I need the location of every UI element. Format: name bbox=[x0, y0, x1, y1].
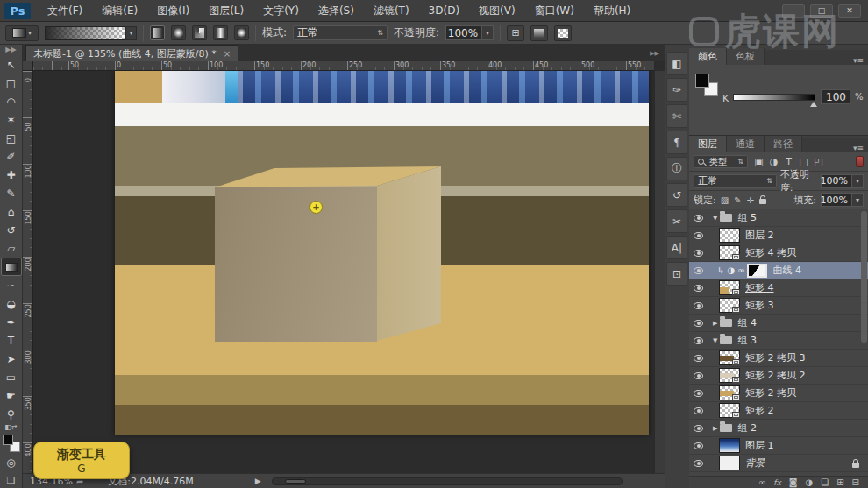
angle-gradient-button[interactable] bbox=[192, 25, 207, 40]
history-brush-tool[interactable]: ↺ bbox=[1, 221, 22, 239]
visibility-toggle[interactable] bbox=[689, 455, 708, 471]
hand-tool[interactable]: ☛ bbox=[1, 386, 22, 405]
layer-thumbnail[interactable] bbox=[719, 368, 740, 383]
blend-mode-select[interactable]: 正常 ⇅ bbox=[694, 174, 777, 188]
panel-menu-icon[interactable]: ▾≡ bbox=[853, 56, 864, 65]
layer-list-scrollbar-thumb[interactable] bbox=[861, 211, 867, 343]
smart-object-filter-icon[interactable]: ◰ bbox=[812, 156, 825, 167]
opacity-value[interactable]: 100% bbox=[445, 25, 482, 40]
pen-tool[interactable]: ✒ bbox=[1, 313, 22, 331]
layer-thumbnail[interactable] bbox=[719, 350, 740, 365]
checker-thumb-button[interactable] bbox=[554, 25, 572, 41]
layer-thumbnail[interactable] bbox=[719, 385, 740, 400]
tool-presets-panel-icon[interactable]: ✂ bbox=[666, 209, 687, 233]
move-tool[interactable]: ↖ bbox=[1, 55, 22, 74]
paragraph-panel-icon[interactable]: ¶ bbox=[666, 131, 687, 154]
zoom-tool[interactable]: ⚲ bbox=[1, 405, 22, 423]
visibility-toggle[interactable] bbox=[689, 332, 708, 349]
lock-all-icon[interactable] bbox=[759, 199, 766, 204]
layer-row[interactable]: 矩形 3 bbox=[689, 297, 868, 315]
visibility-toggle[interactable] bbox=[689, 420, 708, 436]
layer-opacity-arrow[interactable]: ▾ bbox=[852, 174, 864, 188]
minimize-button[interactable]: – bbox=[782, 4, 805, 18]
document-tab[interactable]: 未标题-1 @ 135% (曲线 4, 图层蒙版/8) * × bbox=[25, 45, 238, 61]
new-group-button[interactable]: ❏ bbox=[821, 477, 829, 488]
lock-position-icon[interactable]: ✛ bbox=[747, 195, 754, 205]
close-icon[interactable]: × bbox=[224, 49, 231, 59]
visibility-toggle[interactable] bbox=[689, 209, 708, 226]
visibility-toggle[interactable] bbox=[689, 279, 708, 296]
delete-layer-button[interactable]: ⊟ bbox=[852, 477, 859, 488]
k-slider[interactable] bbox=[733, 94, 815, 101]
horizontal-scrollbar-thumb[interactable] bbox=[285, 479, 306, 484]
menu-item[interactable]: 滤镜(T) bbox=[364, 0, 419, 21]
layer-thumbnail[interactable] bbox=[719, 228, 740, 243]
vertical-scrollbar[interactable] bbox=[654, 71, 665, 473]
visibility-toggle[interactable] bbox=[689, 227, 708, 244]
gradient-preview[interactable] bbox=[45, 26, 125, 40]
layer-row[interactable]: 图层 1 bbox=[689, 437, 868, 455]
lasso-tool[interactable]: ◠ bbox=[1, 92, 22, 110]
gradient-picker-arrow[interactable]: ▾ bbox=[125, 26, 137, 40]
menu-item[interactable]: 图层(L) bbox=[199, 0, 253, 21]
layer-row[interactable]: 背景 bbox=[689, 455, 868, 472]
adjustments-panel-icon[interactable]: ◧ bbox=[666, 52, 687, 75]
link-layers-button[interactable]: ∞ bbox=[758, 477, 765, 488]
layer-row[interactable]: ↳◑∞曲线 4 bbox=[689, 262, 868, 279]
menu-item[interactable]: 图像(I) bbox=[147, 0, 199, 21]
panel-menu-icon[interactable]: ▾≡ bbox=[853, 144, 864, 152]
crop-tool[interactable]: ◱ bbox=[1, 129, 22, 147]
dock-collapse-icon[interactable]: ▶▶ bbox=[650, 45, 659, 61]
tab-swatches[interactable]: 色板 bbox=[727, 48, 765, 65]
k-value-field[interactable]: 100 bbox=[821, 89, 850, 104]
layer-row[interactable]: 矩形 4 bbox=[689, 279, 868, 297]
reflected-gradient-button[interactable] bbox=[213, 25, 228, 40]
menu-item[interactable]: 视图(V) bbox=[469, 0, 525, 21]
toolbar-collapse-icon[interactable]: ▶▶ bbox=[5, 45, 16, 55]
path-select-tool[interactable]: ➤ bbox=[1, 350, 22, 368]
maximize-button[interactable]: □ bbox=[810, 4, 833, 18]
layer-thumbnail[interactable] bbox=[719, 438, 740, 453]
layer-row[interactable]: ▶组 2 bbox=[689, 420, 868, 437]
gradient-tool[interactable] bbox=[1, 258, 22, 276]
group-twirl[interactable]: ▶ bbox=[713, 320, 717, 327]
brush-tool[interactable]: ✎ bbox=[1, 184, 22, 202]
layer-row[interactable]: ▶组 4 bbox=[689, 315, 868, 332]
layer-row[interactable]: ▼组 5 bbox=[689, 209, 868, 227]
type-tool[interactable]: T bbox=[1, 331, 22, 350]
color-swatches[interactable] bbox=[2, 434, 21, 453]
canvas-page[interactable]: + bbox=[115, 71, 649, 435]
magic-wand-tool[interactable]: ✶ bbox=[1, 110, 22, 129]
swap-colors-icon[interactable]: ◧⇄ bbox=[4, 423, 17, 432]
group-twirl[interactable]: ▶ bbox=[713, 425, 717, 432]
fill-value[interactable]: 100% bbox=[821, 193, 852, 207]
layer-row[interactable]: 矩形 2 拷贝 bbox=[689, 385, 868, 402]
marquee-tool[interactable]: □ bbox=[1, 74, 22, 92]
menu-item[interactable]: 文件(F) bbox=[38, 0, 92, 21]
layer-row[interactable]: 矩形 2 拷贝 3 bbox=[689, 350, 868, 367]
diamond-gradient-button[interactable] bbox=[234, 25, 249, 40]
layer-thumbnail[interactable] bbox=[719, 245, 740, 260]
k-slider-thumb[interactable] bbox=[810, 102, 817, 107]
history-panel-icon[interactable]: ↺ bbox=[666, 183, 687, 207]
visibility-toggle[interactable] bbox=[689, 437, 708, 454]
layer-mask-thumbnail[interactable] bbox=[747, 264, 767, 278]
foreground-color-swatch[interactable] bbox=[695, 74, 709, 88]
layer-thumbnail[interactable] bbox=[719, 298, 740, 313]
foreground-color-swatch[interactable] bbox=[3, 435, 13, 445]
smudge-tool[interactable]: ∽ bbox=[1, 276, 22, 294]
layer-thumbnail[interactable] bbox=[719, 456, 740, 470]
tab-paths[interactable]: 路径 bbox=[765, 136, 802, 152]
eraser-tool[interactable]: ▱ bbox=[1, 239, 22, 258]
brush-presets-panel-icon[interactable]: ✄ bbox=[666, 104, 687, 128]
pixel-filter-icon[interactable]: ▣ bbox=[752, 156, 765, 167]
layer-style-button[interactable]: fx bbox=[773, 477, 781, 488]
layer-row[interactable]: 图层 2 bbox=[689, 227, 868, 244]
lock-pixels-icon[interactable]: ✎ bbox=[734, 195, 741, 205]
status-expand-icon[interactable]: ▶ bbox=[255, 477, 261, 485]
menu-item[interactable]: 3D(D) bbox=[419, 0, 469, 21]
brush-panel-icon[interactable]: ✑ bbox=[666, 78, 687, 102]
visibility-toggle[interactable] bbox=[689, 262, 708, 279]
layer-row[interactable]: 矩形 2 bbox=[689, 402, 868, 420]
layer-row[interactable]: 矩形 4 拷贝 bbox=[689, 244, 868, 262]
